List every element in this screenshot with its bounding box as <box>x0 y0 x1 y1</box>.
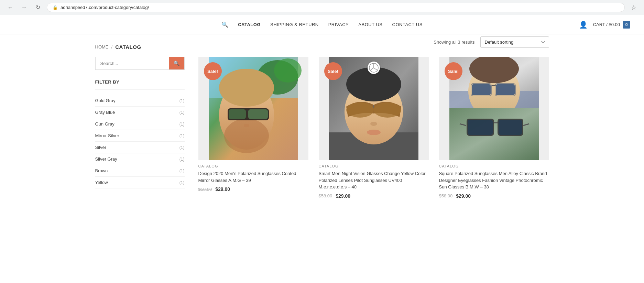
svg-rect-29 <box>472 84 491 95</box>
filter-count-gray-blue: (1) <box>179 110 185 115</box>
filter-count-gun-gray: (1) <box>179 122 185 127</box>
filter-label-gray-blue: Gray Blue <box>95 110 115 115</box>
site-nav: 🔍 CATALOG SHIPPING & RETURN PRIVACY ABOU… <box>221 21 423 28</box>
price-area-3: $58.00 $29.00 <box>439 193 549 199</box>
filter-label-silver-gray: Silver Gray <box>95 156 117 162</box>
forward-button[interactable]: → <box>19 3 29 12</box>
filter-count-silver-gray: (1) <box>179 157 185 162</box>
breadcrumb-sep: / <box>111 44 113 50</box>
filter-gray-blue[interactable]: Gray Blue (1) <box>95 107 185 118</box>
filter-count-brown: (1) <box>179 168 185 173</box>
filter-count-mirror-silver: (1) <box>179 133 185 138</box>
price-new-1: $29.00 <box>215 186 230 192</box>
brand-badge-2 <box>368 62 380 74</box>
favorite-button[interactable]: ☆ <box>629 3 638 12</box>
cart-count-badge: 0 <box>623 21 630 29</box>
nav-catalog[interactable]: CATALOG <box>238 22 261 27</box>
svg-point-6 <box>219 69 274 107</box>
nav-shipping[interactable]: SHIPPING & RETURN <box>270 22 319 27</box>
filter-heading: FILTER BY <box>95 79 185 85</box>
sale-badge-1: Sale! <box>204 62 222 80</box>
svg-point-24 <box>367 130 381 135</box>
sale-badge-2: Sale! <box>324 62 342 80</box>
svg-rect-41 <box>499 120 522 135</box>
product-image-container-2: Sale! <box>319 57 429 160</box>
filter-divider <box>95 89 185 89</box>
product-title-3: Square Polarized Sunglasses Men Alloy Cl… <box>439 170 549 191</box>
svg-point-3 <box>274 58 302 83</box>
catalog-layout: 🔍 FILTER BY Gold Gray (1) Gray Blue (1) … <box>95 57 549 199</box>
nav-privacy[interactable]: PRIVACY <box>328 22 349 27</box>
product-title-2: Smart Men Night Vision Glasses Change Ye… <box>319 170 429 191</box>
browser-chrome: ← → ↻ 🔒 adrianspeed7.com/product-categor… <box>0 0 644 15</box>
svg-rect-8 <box>229 109 246 119</box>
sort-select[interactable]: Default sorting Sort by popularity Sort … <box>480 36 549 48</box>
product-card-3[interactable]: Sale! <box>439 57 549 199</box>
filter-gold-gray[interactable]: Gold Gray (1) <box>95 95 185 107</box>
url-bar[interactable]: 🔒 adrianspeed7.com/product-category/cata… <box>47 3 625 12</box>
search-button[interactable]: 🔍 <box>169 57 184 69</box>
main-content: HOME / CATALOG Showing all 3 results Def… <box>81 34 563 199</box>
svg-rect-34 <box>449 108 539 160</box>
price-old-3: $58.00 <box>439 193 453 198</box>
cart-label: CART / $0.00 <box>593 22 620 27</box>
filter-yellow[interactable]: Yellow (1) <box>95 177 185 188</box>
filter-silver-gray[interactable]: Silver Gray (1) <box>95 153 185 165</box>
filter-gun-gray[interactable]: Gun Gray (1) <box>95 118 185 130</box>
svg-line-14 <box>370 68 374 70</box>
user-icon[interactable]: 👤 <box>579 21 588 29</box>
product-title-1: Design 2020 Men's Polarized Sunglasses C… <box>198 170 308 184</box>
product-card-1[interactable]: Sale! <box>198 57 308 199</box>
product-image-container-1: Sale! <box>198 57 308 160</box>
filter-label-mirror-silver: Mirror Silver <box>95 133 119 138</box>
svg-rect-9 <box>248 109 268 119</box>
filter-count-yellow: (1) <box>179 180 185 185</box>
price-old-2: $58.00 <box>319 193 332 198</box>
price-new-2: $29.00 <box>336 193 350 199</box>
header-search-icon[interactable]: 🔍 <box>221 21 228 28</box>
filter-label-gun-gray: Gun Gray <box>95 121 114 127</box>
svg-line-15 <box>374 68 378 70</box>
search-box: 🔍 <box>95 57 185 70</box>
svg-point-11 <box>244 124 249 127</box>
back-button[interactable]: ← <box>6 3 15 12</box>
product-image-container-3: Sale! <box>439 57 549 160</box>
filter-mirror-silver[interactable]: Mirror Silver (1) <box>95 130 185 142</box>
filter-count-gold-gray: (1) <box>179 98 185 103</box>
breadcrumb-current: CATALOG <box>115 44 141 50</box>
nav-about[interactable]: ABOUT US <box>358 22 382 27</box>
filter-silver[interactable]: Silver (1) <box>95 142 185 153</box>
filter-label-silver: Silver <box>95 145 107 150</box>
svg-point-20 <box>346 102 374 118</box>
svg-point-21 <box>374 102 401 118</box>
products-grid: Sale! <box>198 57 549 199</box>
product-card-2[interactable]: Sale! <box>319 57 429 199</box>
url-text: adrianspeed7.com/product-category/catalo… <box>61 5 149 10</box>
site-header: 🔍 CATALOG SHIPPING & RETURN PRIVACY ABOU… <box>0 15 644 34</box>
svg-rect-30 <box>496 84 515 95</box>
showing-results: Showing all 3 results <box>434 40 474 45</box>
cart-area[interactable]: CART / $0.00 0 <box>593 21 630 29</box>
product-label-2: CATALOG <box>319 164 429 168</box>
filter-label-yellow: Yellow <box>95 180 108 185</box>
breadcrumb: HOME / CATALOG <box>95 34 141 57</box>
filter-label-brown: Brown <box>95 168 108 173</box>
sale-badge-3: Sale! <box>445 62 462 80</box>
lock-icon: 🔒 <box>53 5 58 10</box>
product-label-1: CATALOG <box>198 164 308 168</box>
price-old-1: $58.00 <box>198 187 212 192</box>
product-label-3: CATALOG <box>439 164 549 168</box>
sidebar: 🔍 FILTER BY Gold Gray (1) Gray Blue (1) … <box>95 57 185 188</box>
svg-point-23 <box>370 122 377 126</box>
price-area-1: $58.00 $29.00 <box>198 186 308 192</box>
refresh-button[interactable]: ↻ <box>33 3 43 12</box>
search-input[interactable] <box>96 57 169 69</box>
svg-rect-40 <box>468 120 493 135</box>
filter-brown[interactable]: Brown (1) <box>95 165 185 177</box>
sort-bar: Showing all 3 results Default sorting So… <box>434 36 549 48</box>
filter-label-gold-gray: Gold Gray <box>95 98 116 103</box>
breadcrumb-home[interactable]: HOME <box>95 44 109 50</box>
price-new-3: $29.00 <box>456 193 471 199</box>
nav-contact[interactable]: CONTACT US <box>392 22 423 27</box>
filter-list: Gold Gray (1) Gray Blue (1) Gun Gray (1)… <box>95 95 185 188</box>
